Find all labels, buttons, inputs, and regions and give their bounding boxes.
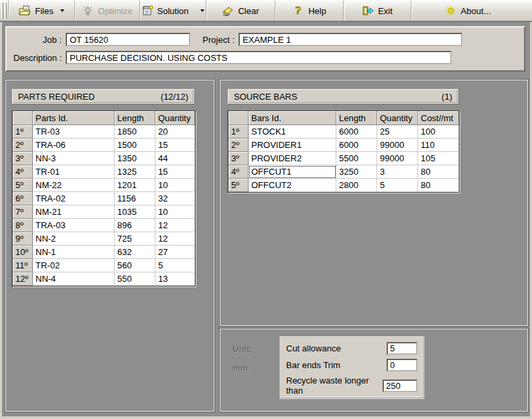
parts-cell-qty[interactable]: 10 [155,205,195,219]
bars-row-header[interactable]: 2º [228,139,249,152]
bars-cell-id[interactable]: OFFCUT1 [249,165,336,179]
parts-row-header[interactable]: 1º [13,125,33,139]
parts-cell-id[interactable]: NM-21 [33,205,115,219]
description-row: Description : [13,51,517,64]
parts-cell-id[interactable]: TRA-06 [33,139,115,152]
parts-cell-qty[interactable]: 12 [155,219,195,232]
parts-row-header[interactable]: 4º [13,165,33,179]
toolbar-button-about[interactable]: About... [411,1,524,21]
bars-row-header[interactable]: 1º [228,125,249,139]
bars-cell-length[interactable]: 2800 [336,179,377,192]
parts-row-header[interactable]: 9º [13,232,33,246]
parts-column-header[interactable]: Quantity [155,111,195,125]
parts-cell-length[interactable]: 1350 [115,152,155,165]
bars-row-header[interactable]: 5º [228,179,249,192]
project-input[interactable] [239,33,462,46]
parts-row-header[interactable]: 7º [13,205,33,219]
toolbar-gripper[interactable] [0,1,8,21]
parts-cell-length[interactable]: 1850 [115,125,155,139]
settings-input-bar-ends-trim[interactable] [387,359,417,371]
bars-cell-length[interactable]: 5500 [336,152,377,165]
bars-cell-cost[interactable]: 80 [418,179,459,192]
bars-cell-id[interactable]: OFFCUT2 [249,179,336,192]
parts-cell-id[interactable]: TRA-02 [33,192,115,205]
bars-column-header[interactable]: Bars Id. [249,111,336,125]
bars-cell-id[interactable]: STOCK1 [249,125,336,139]
bars-cell-qty[interactable]: 3 [377,165,418,179]
parts-cell-length[interactable]: 1156 [115,192,155,205]
toolbar-button-clear[interactable]: Clear [206,1,275,21]
bars-cell-length[interactable]: 6000 [336,139,377,152]
parts-cell-id[interactable]: NN-1 [33,246,115,259]
bars-cell-cost[interactable]: 100 [418,125,459,139]
bars-cell-cost[interactable]: 110 [418,139,459,152]
bars-cell-id[interactable]: PROVIDER2 [249,152,336,165]
toolbar-button-solution[interactable]: Solution [139,1,206,21]
parts-cell-id[interactable]: TR-02 [33,259,115,272]
parts-cell-id[interactable]: TR-01 [33,165,115,179]
parts-row-header[interactable]: 12º [13,272,33,286]
toolbar-button-files[interactable]: Files [8,1,74,21]
toolbar-button-label: About... [461,6,491,16]
parts-cell-qty[interactable]: 15 [155,165,195,179]
bars-cell-length[interactable]: 3250 [336,165,377,179]
parts-cell-length[interactable]: 1325 [115,165,155,179]
parts-row-header[interactable]: 11º [13,259,33,272]
parts-row-header[interactable]: 2º [13,139,33,152]
settings-input-recycle-waste-longer-than[interactable] [383,380,417,392]
description-input[interactable] [66,51,452,64]
parts-row-header[interactable]: 3º [13,152,33,165]
parts-cell-length[interactable]: 550 [115,272,155,286]
parts-column-header[interactable] [13,111,33,125]
parts-row-header[interactable]: 6º [13,192,33,205]
parts-cell-id[interactable]: TR-03 [33,125,115,139]
parts-cell-id[interactable]: NN-3 [33,152,115,165]
bars-row-header[interactable]: 4º [228,165,249,179]
parts-header-row: Parts Id.LengthQuantity [13,111,195,125]
parts-cell-qty[interactable]: 27 [155,246,195,259]
parts-row-header[interactable]: 5º [13,179,33,192]
parts-row-header[interactable]: 10º [13,246,33,259]
parts-cell-length[interactable]: 560 [115,259,155,272]
bars-cell-qty[interactable]: 99000 [377,139,418,152]
parts-column-header[interactable]: Parts Id. [33,111,115,125]
parts-cell-length[interactable]: 896 [115,219,155,232]
parts-cell-qty[interactable]: 44 [155,152,195,165]
toolbar-button-exit[interactable]: Exit [343,1,411,21]
parts-cell-qty[interactable]: 15 [155,139,195,152]
bars-cell-length[interactable]: 6000 [336,125,377,139]
unit-label: Unit: [232,344,253,354]
parts-cell-id[interactable]: NN-4 [33,272,115,286]
parts-cell-qty[interactable]: 32 [155,192,195,205]
parts-cell-qty[interactable]: 20 [155,125,195,139]
parts-cell-length[interactable]: 1201 [115,179,155,192]
parts-cell-qty[interactable]: 12 [155,232,195,246]
settings-input-cut-allowance[interactable] [387,342,417,355]
bars-row-header[interactable]: 3º [228,152,249,165]
parts-cell-qty[interactable]: 10 [155,179,195,192]
parts-column-header[interactable]: Length [115,111,155,125]
parts-cell-id[interactable]: NM-22 [33,179,115,192]
parts-cell-id[interactable]: NN-2 [33,232,115,246]
bars-cell-id[interactable]: PROVIDER1 [249,139,336,152]
bars-cell-qty[interactable]: 99000 [377,152,418,165]
parts-cell-length[interactable]: 1035 [115,205,155,219]
parts-cell-id[interactable]: TRA-03 [33,219,115,232]
job-input[interactable] [66,33,190,46]
toolbar-button-help[interactable]: ?Help [275,1,343,21]
bars-column-header[interactable]: Length [336,111,377,125]
toolbar-button-optimize[interactable]: Optimize [74,1,139,21]
bars-column-header[interactable]: Quantity [377,111,418,125]
bars-column-header[interactable]: Cost//mt [418,111,459,125]
parts-cell-length[interactable]: 725 [115,232,155,246]
bars-cell-qty[interactable]: 5 [377,179,418,192]
bars-cell-cost[interactable]: 80 [418,165,459,179]
parts-cell-qty[interactable]: 5 [155,259,195,272]
parts-cell-qty[interactable]: 13 [155,272,195,286]
bars-cell-cost[interactable]: 105 [418,152,459,165]
parts-cell-length[interactable]: 1500 [115,139,155,152]
parts-row-header[interactable]: 8º [13,219,33,232]
parts-cell-length[interactable]: 632 [115,246,155,259]
bars-column-header[interactable] [228,111,249,125]
bars-cell-qty[interactable]: 25 [377,125,418,139]
